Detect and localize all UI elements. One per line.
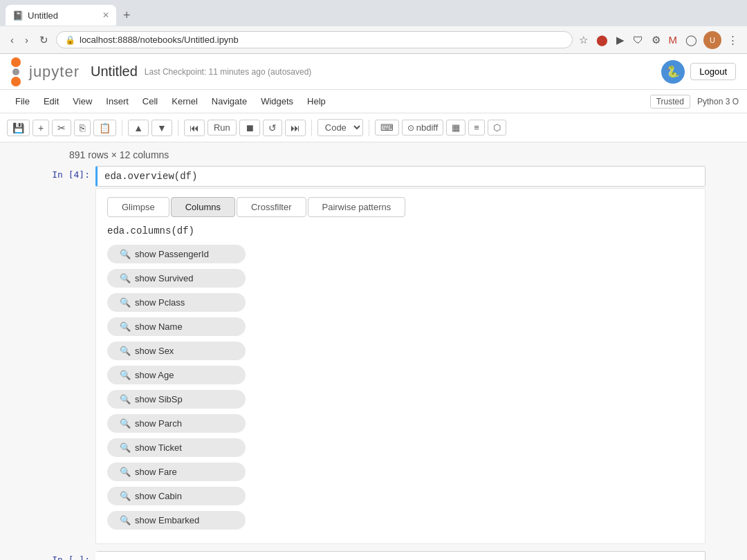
- profile-button[interactable]: U: [703, 31, 721, 49]
- extension-icon4[interactable]: ⚙: [649, 32, 663, 48]
- output-tabs: Glimpse Columns Crossfilter Pairwise pat…: [107, 197, 694, 217]
- restart-run-button[interactable]: ⏭: [285, 120, 306, 136]
- menu-widgets[interactable]: Widgets: [254, 93, 300, 109]
- tab-columns[interactable]: Columns: [171, 197, 235, 217]
- jupyter-logo-text: jupyter: [29, 63, 80, 81]
- move-down-button[interactable]: ▼: [151, 120, 172, 136]
- python-logo: 🐍: [661, 60, 685, 84]
- column-buttons-list: 🔍show PassengerId🔍show Survived🔍show Pcl…: [107, 245, 694, 530]
- menu-bar: File Edit View Insert Cell Kernel Naviga…: [0, 90, 747, 113]
- cell-empty-content[interactable]: [95, 551, 706, 560]
- step-prev-button[interactable]: ⏮: [184, 120, 205, 136]
- menu-cell[interactable]: Cell: [136, 93, 165, 109]
- move-up-button[interactable]: ▲: [128, 120, 149, 136]
- cell-4-output: Glimpse Columns Crossfilter Pairwise pat…: [95, 188, 706, 544]
- cell-type-select[interactable]: Code: [317, 119, 363, 136]
- columns-content: eda.columns(df) 🔍show PassengerId🔍show S…: [107, 225, 694, 530]
- run-button[interactable]: Run: [208, 120, 237, 136]
- menu-help[interactable]: Help: [300, 93, 333, 109]
- empty-cell-input[interactable]: [95, 551, 706, 560]
- reload-button[interactable]: ↻: [36, 32, 52, 48]
- list-button[interactable]: ≡: [468, 120, 485, 136]
- jupyter-logo: jupyter: [11, 57, 80, 86]
- col-btn-cabin[interactable]: 🔍show Cabin: [107, 487, 246, 505]
- col-btn-parch[interactable]: 🔍show Parch: [107, 414, 246, 433]
- logout-button[interactable]: Logout: [690, 63, 736, 80]
- tab-pairwise[interactable]: Pairwise patterns: [308, 197, 406, 217]
- menu-navigate[interactable]: Navigate: [205, 93, 254, 109]
- cell-empty: In [ ]:: [42, 551, 706, 560]
- notebook-title[interactable]: Untitled: [91, 64, 138, 80]
- back-button[interactable]: ‹: [7, 32, 17, 47]
- paste-button[interactable]: 📋: [93, 120, 116, 136]
- col-btn-ticket[interactable]: 🔍show Ticket: [107, 438, 246, 457]
- col-btn-name[interactable]: 🔍show Name: [107, 317, 246, 336]
- new-tab-button[interactable]: +: [119, 7, 135, 24]
- separator1: [122, 120, 122, 136]
- separator2: [178, 120, 178, 136]
- tab-crossfilter[interactable]: Crossfilter: [237, 197, 306, 217]
- col-btn-embarked[interactable]: 🔍show Embarked: [107, 511, 246, 530]
- interrupt-button[interactable]: ⏹: [239, 120, 260, 136]
- col-btn-sibsp[interactable]: 🔍show SibSp: [107, 390, 246, 409]
- extension-icon3[interactable]: 🛡: [631, 32, 645, 48]
- rows-info: 891 rows × 12 columns: [42, 149, 706, 166]
- col-btn-passengerid[interactable]: 🔍show PassengerId: [107, 245, 246, 263]
- menu-kernel[interactable]: Kernel: [165, 93, 205, 109]
- col-btn-fare[interactable]: 🔍show Fare: [107, 463, 246, 481]
- kernel-info: Python 3 O: [697, 97, 739, 106]
- tab-favicon: 📓: [12, 10, 24, 21]
- chart-button[interactable]: ▦: [446, 120, 465, 136]
- menu-dots-icon[interactable]: ⋮: [726, 32, 740, 48]
- tab-glimpse[interactable]: Glimpse: [107, 197, 169, 217]
- col-code: eda.columns(df): [107, 225, 694, 236]
- extension-icon6[interactable]: ◯: [683, 32, 699, 48]
- col-btn-age[interactable]: 🔍show Age: [107, 366, 246, 384]
- notebook-content: 891 rows × 12 columns In [4]: eda.overvi…: [0, 142, 747, 560]
- forward-button[interactable]: ›: [21, 32, 32, 47]
- checkpoint-text: Last Checkpoint: 11 minutes ago (autosav…: [145, 67, 312, 77]
- menu-insert[interactable]: Insert: [99, 93, 136, 109]
- cell-empty-prompt: In [ ]:: [42, 551, 90, 560]
- restart-button[interactable]: ↺: [263, 120, 282, 136]
- nbdiff-button[interactable]: ⊙ nbdiff: [402, 120, 444, 136]
- separator3: [311, 120, 312, 136]
- menu-file[interactable]: File: [8, 93, 37, 109]
- cut-button[interactable]: ✂: [52, 120, 71, 136]
- cell-4: In [4]: eda.overview(df) Glimpse Columns…: [42, 166, 706, 544]
- address-text: localhost:8888/notebooks/Untitled.ipynb: [80, 35, 564, 45]
- share-button[interactable]: ⬡: [488, 120, 506, 136]
- col-btn-pclass[interactable]: 🔍show Pclass: [107, 293, 246, 312]
- cell-4-content: eda.overview(df) Glimpse Columns Crossfi…: [95, 166, 706, 544]
- add-cell-button[interactable]: +: [33, 120, 49, 136]
- cell-4-input[interactable]: eda.overview(df): [95, 166, 706, 187]
- keyboard-button[interactable]: ⌨: [375, 120, 399, 136]
- tab-close-button[interactable]: ✕: [102, 10, 109, 20]
- extension-icon2[interactable]: ▶: [614, 32, 627, 48]
- menu-view[interactable]: View: [66, 93, 99, 109]
- bookmark-icon[interactable]: ☆: [577, 32, 590, 48]
- active-tab[interactable]: 📓 Untitled ✕: [6, 5, 116, 26]
- lock-icon: 🔒: [65, 35, 75, 45]
- extension-icon1[interactable]: ⬤: [594, 32, 610, 48]
- jupyter-header: jupyter Untitled Last Checkpoint: 11 min…: [0, 54, 747, 90]
- nbdiff-label: nbdiff: [416, 122, 439, 133]
- copy-button[interactable]: ⎘: [74, 120, 91, 136]
- save-button[interactable]: 💾: [7, 120, 30, 136]
- toolbar: 💾 + ✂ ⎘ 📋 ▲ ▼ ⏮ Run ⏹ ↺ ⏭ Code ⌨ ⊙ nbdif…: [0, 113, 747, 142]
- run-label: Run: [214, 122, 230, 133]
- jupyter-logo-icon: [11, 57, 21, 86]
- col-btn-survived[interactable]: 🔍show Survived: [107, 269, 246, 288]
- tab-title: Untitled: [28, 10, 98, 21]
- trusted-badge: Trusted: [650, 95, 690, 109]
- extension-icon5[interactable]: M: [667, 32, 680, 48]
- address-bar[interactable]: 🔒 localhost:8888/notebooks/Untitled.ipyn…: [56, 31, 573, 48]
- menu-edit[interactable]: Edit: [37, 93, 66, 109]
- col-btn-sex[interactable]: 🔍show Sex: [107, 342, 246, 360]
- separator4: [369, 120, 369, 136]
- cell-4-prompt: In [4]:: [42, 166, 90, 544]
